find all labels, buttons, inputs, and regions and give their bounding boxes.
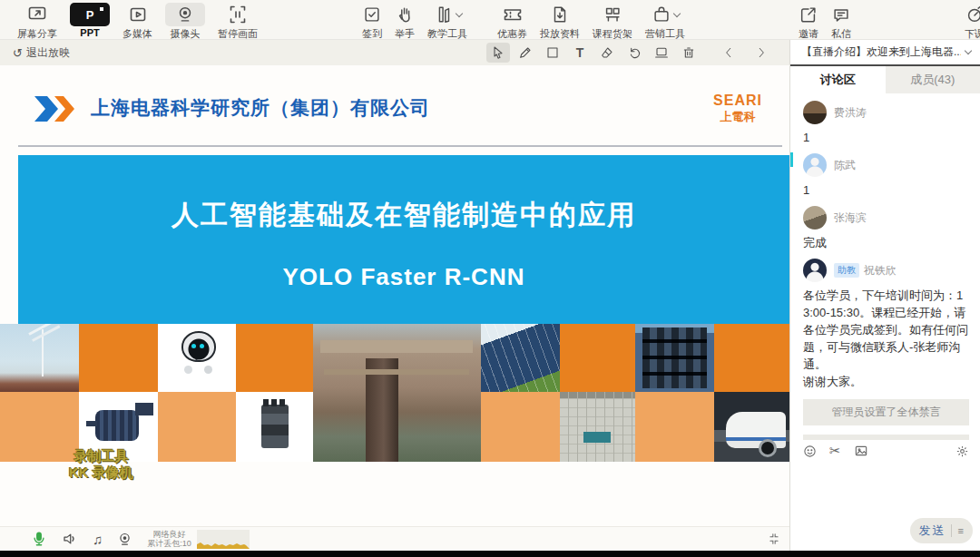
slide-title-banner: 人工智能基础及在智能制造中的应用 YOLO Faster R-CNN [18,155,789,324]
end-class-button[interactable]: 下课 [965,3,980,41]
network-graph [197,530,250,549]
chat-message: 陈武 1 [803,153,969,199]
sign-in-icon [362,3,382,26]
screenshot-scissors-icon[interactable]: ✂ [829,443,841,459]
avatar [803,259,827,282]
orange-tile-light [0,392,79,462]
orange-tile-light [158,392,236,462]
course-shelf-icon [603,3,622,26]
exit-icon: ↺ [13,46,23,60]
course-shelf-button[interactable]: 课程货架 [593,3,632,41]
chat-message: 费洪涛 1 [803,101,969,146]
chat-sidebar: 【直播介绍】欢迎来到上海电器... 讨论区 成员(43) 费洪涛 1 陈武 1 [789,40,980,551]
text-tool[interactable]: T [568,43,592,63]
multimedia-icon [127,3,149,26]
slide: 上海电器科学研究所（集团）有限公司 SEARI 上電科 人工智能基础及在智能制造… [0,65,789,526]
divider [951,524,952,537]
institute-building-photo [313,324,481,462]
double-chevron-icon [33,94,80,127]
avatar [803,206,827,230]
chat-message-list[interactable]: 费洪涛 1 陈武 1 张海滨 完成 助教 祝铁欣 [790,93,980,440]
status-bar: ♫ 网络良好 累计丢包:10 [0,526,789,551]
private-message-icon [831,3,851,26]
clear-annotations-tool[interactable] [677,43,701,63]
raise-hand-icon [395,3,415,26]
orange-tile [236,324,313,392]
image-upload-icon[interactable] [854,444,868,458]
chevron-down-icon [455,9,462,16]
shape-tool[interactable] [541,43,564,63]
robot-photo [158,324,236,392]
orange-tile [560,324,635,392]
scroll-indicator [790,152,793,167]
top-toolbar: 屏幕分享 P PPT 多媒体 摄像头 暂停画面 [0,0,980,40]
camera-button[interactable]: 摄像头 [165,3,205,41]
chevron-down-icon [672,9,680,16]
sign-in-button[interactable]: 签到 [362,3,382,41]
multimedia-button[interactable]: 多媒体 [122,3,152,41]
teaching-tools-button[interactable]: 教学工具 [427,3,467,41]
presentation-area: ↺ 退出放映 T [0,40,789,551]
photo-collage [0,324,789,462]
company-name: 上海电器科学研究所（集团）有限公司 [91,95,430,121]
wind-turbine-photo [0,324,79,392]
send-options-icon[interactable]: ≡ [958,525,964,536]
ppt-icon: P [70,3,110,26]
live-intro-header[interactable]: 【直播介绍】欢迎来到上海电器... [790,40,980,66]
invite-icon [799,3,818,26]
materials-button[interactable]: 投放资料 [540,3,580,41]
camera-icon [165,3,205,26]
tab-discussion[interactable]: 讨论区 [790,66,886,93]
send-button[interactable]: 发送 ≡ [910,518,973,543]
seari-logo: SEARI 上電科 [713,93,762,125]
electric-car-photo [714,392,789,462]
chevron-down-icon [965,47,972,54]
screen-share-button[interactable]: 屏幕分享 [17,3,57,41]
ppt-mode-button[interactable]: P PPT [70,3,110,38]
speaker-icon[interactable] [62,531,78,547]
slide-title: 人工智能基础及在智能制造中的应用 [18,155,789,234]
screen-share-icon [26,3,48,26]
chat-input-field[interactable] [790,462,980,518]
orange-tile-light [481,392,560,462]
marketing-tools-button[interactable]: 营销工具 [645,3,685,41]
live-intro-title: 【直播介绍】欢迎来到上海电器... [801,44,961,60]
pointer-tool[interactable] [486,43,510,63]
webcam-icon[interactable] [117,532,132,547]
eraser-tool[interactable] [595,43,619,63]
solar-panels-photo [481,324,560,392]
orange-tile-light [635,392,714,462]
raise-hand-button[interactable]: 举手 [395,3,415,41]
avatar [803,153,827,177]
orange-tile [79,324,158,392]
coupon-button[interactable]: 优惠券 [497,3,527,41]
network-status: 网络良好 累计丢包:10 [147,530,191,548]
coupon-icon [502,3,524,26]
system-message: 管理员设置了全体禁言 [803,399,969,425]
workspace: ↺ 退出放映 T [0,40,980,551]
pause-screen-button[interactable]: 暂停画面 [218,3,258,41]
music-icon[interactable]: ♫ [93,532,103,547]
previous-slide-button[interactable] [717,43,740,63]
collapse-panel-icon[interactable] [768,533,780,545]
chat-message: 助教 祝铁欣 各位学员，下午培训时间为：13:00-15:30。课程已经开始，请… [803,259,969,390]
whiteboard-tool[interactable] [650,43,673,63]
orange-tile [714,324,789,392]
presenter-toolbar: ↺ 退出放映 T [0,40,789,65]
exit-presentation-button[interactable]: ↺ 退出放映 [13,45,70,61]
next-slide-button[interactable] [750,43,773,63]
private-message-button[interactable]: 私信 [831,3,851,41]
undo-tool[interactable] [622,43,646,63]
webinar-app: 屏幕分享 P PPT 多媒体 摄像头 暂停画面 [0,0,980,557]
marketing-tools-icon [652,3,680,26]
pen-tool[interactable] [514,43,537,63]
chat-settings-gear-icon[interactable] [956,445,969,458]
microphone-icon[interactable] [31,531,47,547]
chat-message: 张海滨 完成 [803,206,969,251]
annotation-toolbar: T [486,43,777,63]
invite-button[interactable]: 邀请 [799,3,818,41]
materials-icon [550,3,570,26]
avatar [803,101,827,124]
emoji-icon[interactable] [803,445,817,458]
tab-members[interactable]: 成员(43) [886,66,980,93]
